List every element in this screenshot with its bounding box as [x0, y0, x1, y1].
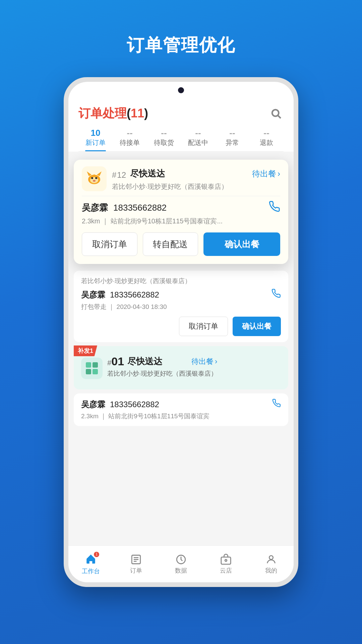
tab-abnormal-count: --	[215, 128, 249, 138]
sc-customer-phone: 18335662882	[110, 290, 159, 300]
tab-active-indicator	[85, 150, 106, 151]
tab-delivering-count: --	[181, 128, 215, 138]
tab-abnormal-label: 异常	[215, 138, 249, 147]
tab-new-order-label: 新订单	[78, 138, 113, 147]
phone-camera	[178, 87, 184, 93]
svg-point-6	[91, 177, 93, 179]
tab-delivering-label: 配送中	[181, 138, 215, 147]
reissue-badge: 补发1	[74, 345, 97, 356]
order-type: 尽快送达	[130, 168, 165, 179]
tab-pickup-label: 待取货	[147, 138, 181, 147]
transfer-delivery-button[interactable]: 转自配送	[143, 232, 198, 256]
nav-label-workbench: 工作台	[82, 567, 100, 575]
svg-point-17	[269, 555, 273, 559]
tc-restaurant-logo	[81, 358, 103, 379]
second-order-card: 若比邻小炒·现炒更好吃（西溪银泰店） 吴彦霖 18335662882 打包带走 …	[74, 271, 288, 342]
tc-restaurant-name: 若比邻小炒·现炒更好吃（西溪银泰店）	[107, 369, 217, 378]
svg-point-7	[95, 177, 97, 179]
order-number: #12	[112, 167, 127, 181]
tab-pickup-count: --	[147, 128, 181, 138]
fc-customer-name: 吴彦霖	[81, 399, 105, 410]
featured-order-card: #12 尽快送达 待出餐 › 若比邻小炒·现炒更好吃（西溪银泰店） 吴彦霖 1	[74, 160, 288, 264]
page-title: 订单管理优化	[127, 34, 235, 57]
phone-icon	[269, 201, 280, 212]
tab-refund[interactable]: -- 退款	[249, 128, 284, 151]
svg-point-0	[272, 110, 279, 116]
order-list: #12 尽快送达 待出餐 › 若比邻小炒·现炒更好吃（西溪银泰店） 吴彦霖 1	[68, 152, 294, 545]
svg-point-8	[93, 180, 96, 182]
tc-order-info: #01 尽快送达 待出餐 › 若比邻小炒·现炒更好吃（西溪银泰店）	[107, 355, 217, 381]
tab-pickup[interactable]: -- 待取货	[147, 128, 181, 151]
nav-label-cloud-store: 云店	[220, 567, 232, 575]
restaurant-brand-icon	[84, 169, 104, 189]
profile-icon	[265, 554, 277, 565]
search-button[interactable]	[269, 106, 284, 121]
cloud-store-icon	[220, 554, 232, 565]
nav-label-data: 数据	[175, 567, 187, 575]
tab-refund-label: 退款	[249, 138, 284, 147]
tabs-row: 10 新订单 -- 待接单 -- 待取货 -- 配送中 --	[78, 128, 284, 152]
nav-label-orders: 订单	[130, 567, 142, 575]
nav-item-data[interactable]: 数据	[159, 554, 203, 575]
nav-item-cloud-store[interactable]: 云店	[203, 554, 248, 575]
call-button[interactable]	[269, 201, 280, 215]
tc-status[interactable]: 待出餐 ›	[191, 357, 217, 367]
fc-customer-phone: 18335662882	[110, 400, 159, 409]
svg-point-16	[225, 559, 227, 561]
sc-delivery-detail: 打包带走 ｜ 2020-04-30 18:30	[81, 303, 281, 311]
customer-name: 吴彦霖	[82, 202, 108, 214]
tab-pending-label: 待接单	[113, 138, 147, 147]
tab-delivering[interactable]: -- 配送中	[181, 128, 215, 151]
fc-call-button[interactable]	[272, 399, 281, 410]
header-title: 订单处理(11)	[78, 105, 148, 122]
restaurant-logo	[82, 166, 107, 191]
svg-marker-4	[97, 171, 102, 176]
tab-pending-count: --	[113, 128, 147, 138]
bottom-nav: 1 工作台 订单 数据	[68, 545, 294, 582]
nav-item-orders[interactable]: 订单	[113, 554, 158, 575]
card-divider-1	[82, 196, 280, 196]
sc-confirm-button[interactable]: 确认出餐	[233, 317, 281, 336]
nav-item-workbench[interactable]: 1 工作台	[68, 553, 113, 575]
app-header: 订单处理(11) 10 新订单 -- 待接单	[68, 99, 294, 152]
fourth-order-card: 吴彦霖 18335662882 2.3km ｜ 站前北街9号10栋1层115号国…	[74, 393, 288, 426]
orders-icon	[130, 554, 142, 565]
tab-refund-count: --	[249, 128, 284, 138]
sc-cancel-button[interactable]: 取消订单	[179, 317, 228, 336]
tab-new-order[interactable]: 10 新订单	[78, 128, 113, 151]
cancel-order-button[interactable]: 取消订单	[82, 232, 137, 256]
svg-rect-15	[221, 557, 231, 564]
svg-line-1	[278, 115, 281, 118]
tab-new-order-count: 10	[78, 128, 113, 138]
nav-label-mine: 我的	[265, 567, 277, 575]
order-info: #12 尽快送达 待出餐 › 若比邻小炒·现炒更好吃（西溪银泰店）	[112, 167, 280, 191]
phone-screen: 订单处理(11) 10 新订单 -- 待接单	[68, 99, 294, 582]
second-card-restaurant: 若比邻小炒·现炒更好吃（西溪银泰店）	[81, 277, 281, 285]
workbench-badge: 1	[94, 552, 99, 557]
phone-mockup: 订单处理(11) 10 新订单 -- 待接单	[64, 77, 298, 587]
restaurant-name: 若比邻小炒·现炒更好吃（西溪银泰店）	[112, 182, 280, 191]
action-buttons: 取消订单 转自配送 确认出餐	[82, 232, 280, 256]
svg-marker-3	[87, 171, 92, 176]
fc-phone-icon	[272, 399, 281, 408]
search-icon	[270, 108, 282, 120]
sc-customer-name: 吴彦霖	[81, 289, 105, 300]
tc-order-number: #01	[107, 355, 124, 368]
customer-phone: 18335662882	[113, 203, 167, 213]
fc-address: 2.3km ｜ 站前北街9号10栋1层115号国泰谊宾	[81, 412, 281, 421]
tc-chevron-icon: ›	[215, 357, 217, 366]
confirm-meal-button[interactable]: 确认出餐	[203, 232, 280, 256]
order-count-badge: 11	[131, 106, 144, 120]
sc-call-button[interactable]	[272, 289, 281, 301]
tc-order-type: 尽快送达	[127, 356, 162, 367]
delivery-address: 2.3km ｜ 站前北街9号10栋1层115号国泰谊宾...	[82, 217, 280, 226]
tab-pending[interactable]: -- 待接单	[113, 128, 147, 151]
chevron-right-icon: ›	[278, 169, 280, 178]
third-order-card: 补发1 #01 尽快送达	[74, 346, 288, 389]
sc-phone-icon	[272, 289, 281, 298]
nav-item-mine[interactable]: 我的	[249, 554, 294, 575]
phone-notch	[68, 82, 294, 99]
tab-abnormal[interactable]: -- 异常	[215, 128, 249, 151]
order-status[interactable]: 待出餐 ›	[252, 168, 280, 179]
data-icon	[175, 554, 187, 565]
